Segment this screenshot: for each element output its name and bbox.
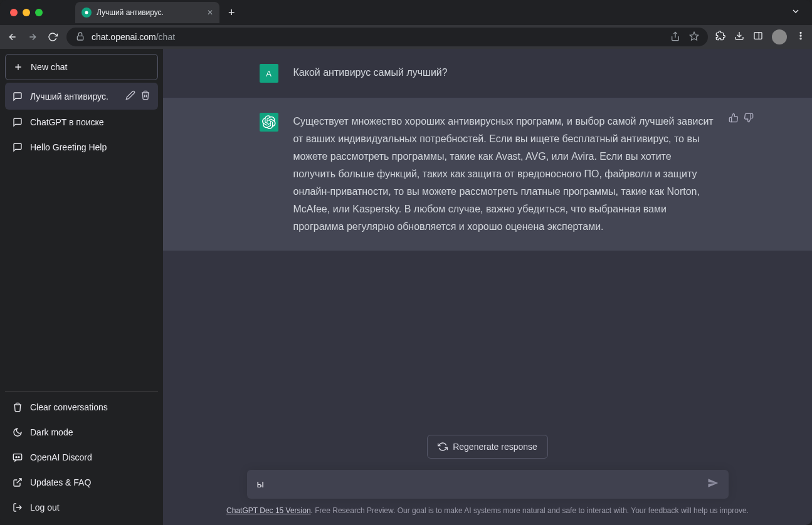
chat-item[interactable]: ChatGPT в поиске — [5, 110, 158, 135]
svg-point-0 — [85, 11, 88, 14]
bookmark-star-icon[interactable] — [689, 31, 699, 43]
minimize-window-button[interactable] — [23, 9, 30, 16]
chat-item-label: Hello Greeting Help — [30, 142, 150, 152]
nav-bar: chat.openai.com/chat — [0, 25, 812, 49]
assistant-message: Существует множество хороших антивирусны… — [163, 98, 812, 251]
message-input-wrap — [247, 470, 729, 499]
plus-icon — [13, 62, 23, 72]
share-icon[interactable] — [670, 31, 680, 43]
faq-label: Updates & FAQ — [30, 477, 91, 487]
window-controls — [5, 9, 50, 16]
svg-rect-3 — [77, 36, 83, 40]
svg-marker-5 — [690, 32, 698, 40]
forward-button[interactable] — [26, 32, 39, 42]
dark-label: Dark mode — [30, 427, 73, 437]
svg-point-11 — [800, 38, 801, 39]
trash-icon[interactable] — [140, 90, 150, 102]
tab-bar: Лучший антивирус. ✕ + — [0, 0, 812, 25]
chat-item[interactable]: Лучший антивирус. — [5, 83, 158, 110]
side-panel-icon[interactable] — [753, 31, 763, 43]
sidebar: New chat Лучший антивирус. ChatGPT в пои… — [0, 49, 163, 525]
logout-button[interactable]: Log out — [5, 495, 158, 520]
assistant-message-text: Существует множество хороших антивирусны… — [293, 113, 716, 236]
thumbs-up-icon[interactable] — [729, 113, 739, 125]
discord-button[interactable]: OpenAI Discord — [5, 445, 158, 470]
user-avatar: А — [260, 64, 278, 83]
thumbs-down-icon[interactable] — [744, 113, 754, 125]
logout-icon — [13, 502, 23, 512]
regenerate-button[interactable]: Regenerate response — [427, 435, 548, 459]
svg-point-10 — [800, 35, 801, 36]
regenerate-label: Regenerate response — [453, 442, 537, 452]
clear-label: Clear conversations — [30, 402, 108, 412]
user-message-text: Какой антивирус самый лучший? — [293, 64, 716, 83]
messages: А Какой антивирус самый лучший? Существу… — [163, 49, 812, 435]
moon-icon — [13, 427, 23, 437]
send-icon[interactable] — [707, 477, 719, 491]
discord-label: OpenAI Discord — [30, 452, 92, 462]
browser-tab[interactable]: Лучший антивирус. ✕ — [75, 2, 219, 23]
svg-point-9 — [800, 32, 801, 33]
back-button[interactable] — [6, 32, 19, 42]
menu-icon[interactable] — [796, 31, 806, 43]
chat-item[interactable]: Hello Greeting Help — [5, 135, 158, 160]
external-link-icon — [13, 477, 23, 487]
close-tab-icon[interactable]: ✕ — [207, 8, 213, 17]
url-text: chat.openai.com/chat — [92, 32, 175, 42]
chat-list: Лучший антивирус. ChatGPT в поиске Hello… — [5, 83, 158, 392]
message-input[interactable] — [257, 479, 707, 490]
dark-mode-button[interactable]: Dark mode — [5, 420, 158, 445]
new-tab-button[interactable]: + — [228, 6, 235, 19]
maximize-window-button[interactable] — [35, 9, 43, 16]
openai-favicon-icon — [82, 8, 92, 18]
close-window-button[interactable] — [10, 9, 18, 16]
clear-conversations-button[interactable]: Clear conversations — [5, 395, 158, 420]
message-actions — [729, 113, 754, 125]
downloads-icon[interactable] — [734, 31, 744, 43]
sidebar-bottom: Clear conversations Dark mode OpenAI Dis… — [5, 392, 158, 520]
bottom-area: Regenerate response ChatGPT Dec 15 Versi… — [163, 435, 812, 525]
chat-icon — [13, 91, 23, 101]
new-chat-label: New chat — [31, 62, 67, 72]
user-message: А Какой антивирус самый лучший? — [163, 49, 812, 98]
new-chat-button[interactable]: New chat — [5, 54, 158, 80]
tab-dropdown-icon[interactable] — [791, 6, 801, 19]
url-bar[interactable]: chat.openai.com/chat — [66, 28, 708, 46]
extensions-icon[interactable] — [715, 31, 725, 43]
profile-avatar-icon[interactable] — [772, 29, 787, 44]
edit-icon[interactable] — [125, 90, 135, 102]
chat-item-label: ChatGPT в поиске — [30, 117, 150, 127]
trash-icon — [13, 402, 23, 412]
footer-text: . Free Research Preview. Our goal is to … — [311, 506, 749, 515]
svg-line-14 — [17, 479, 21, 483]
discord-icon — [13, 452, 23, 462]
chat-icon — [13, 142, 23, 152]
browser-chrome: Лучший антивирус. ✕ + chat.openai.com/ch… — [0, 0, 812, 49]
openai-avatar-icon — [260, 113, 278, 132]
chat-item-label: Лучший антивирус. — [30, 91, 118, 101]
main: А Какой антивирус самый лучший? Существу… — [163, 49, 812, 525]
tab-title: Лучший антивирус. — [97, 8, 202, 17]
updates-faq-button[interactable]: Updates & FAQ — [5, 470, 158, 495]
svg-rect-7 — [754, 33, 762, 39]
logout-label: Log out — [30, 502, 60, 512]
reload-button[interactable] — [46, 32, 59, 42]
footer-note: ChatGPT Dec 15 Version. Free Research Pr… — [176, 506, 799, 515]
app: New chat Лучший антивирус. ChatGPT в пои… — [0, 49, 812, 525]
refresh-icon — [438, 442, 448, 452]
chat-icon — [13, 117, 23, 127]
lock-icon — [75, 31, 85, 43]
version-link[interactable]: ChatGPT Dec 15 Version — [226, 506, 311, 515]
